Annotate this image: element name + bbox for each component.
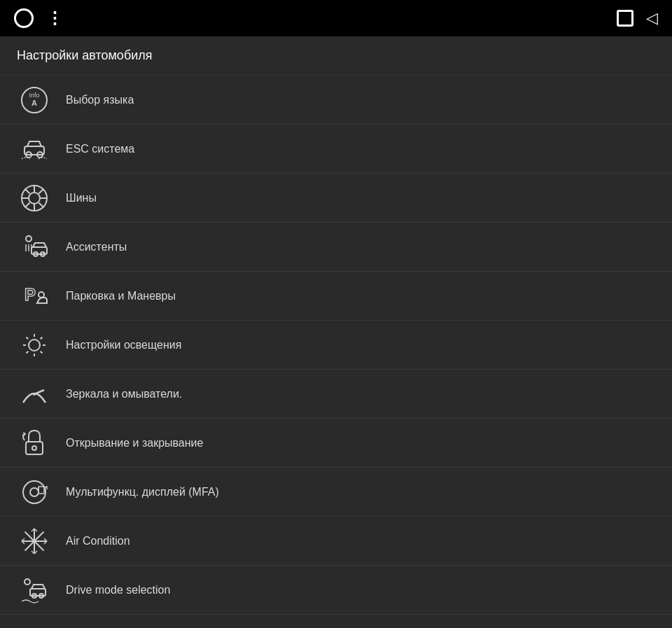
- esc-icon: [17, 132, 52, 167]
- menu-item-assistants[interactable]: Ассистенты: [0, 223, 672, 272]
- svg-line-31: [34, 390, 44, 394]
- parking-icon: P: [17, 279, 52, 314]
- recents-icon[interactable]: [617, 10, 634, 27]
- mirrors-icon: [17, 377, 52, 412]
- menu-item-lighting[interactable]: Настройки освещения: [0, 321, 672, 370]
- svg-line-28: [41, 351, 43, 353]
- status-right: ◁: [617, 9, 658, 27]
- page-header: Настройки автомобиля: [0, 36, 672, 76]
- menu-item-mirrors[interactable]: Зеркала и омыватели.: [0, 370, 672, 419]
- status-bar: ⋮ ◁: [0, 0, 672, 36]
- home-icon[interactable]: [14, 8, 34, 28]
- drivemode-label: Drive mode selection: [66, 584, 170, 596]
- menu-item-aircon[interactable]: Air Condition: [0, 517, 672, 566]
- locking-label: Открывание и закрывание: [66, 437, 203, 449]
- menu-item-locking[interactable]: Открывание и закрывание: [0, 419, 672, 468]
- svg-line-27: [27, 337, 29, 339]
- snowflake-icon: [17, 524, 52, 559]
- svg-point-7: [29, 193, 40, 204]
- back-icon[interactable]: ◁: [646, 9, 658, 27]
- svg-line-14: [39, 188, 44, 193]
- svg-point-37: [30, 488, 38, 496]
- menu-item-language[interactable]: Info A Выбор языка: [0, 76, 672, 125]
- svg-point-34: [32, 446, 36, 450]
- menu-item-mfa[interactable]: Мультифункц. дисплей (MFA): [0, 468, 672, 517]
- menu-item-units[interactable]: Еденицы измерения: [0, 615, 672, 628]
- menu-item-parking[interactable]: P Парковка и Маневры: [0, 272, 672, 321]
- more-icon[interactable]: ⋮: [46, 10, 64, 27]
- menu-item-esc[interactable]: ESC система: [0, 125, 672, 174]
- svg-line-15: [25, 202, 30, 207]
- units-icon: [17, 622, 52, 629]
- drivemode-icon: [17, 573, 52, 608]
- settings-menu: Info A Выбор языка ESC система: [0, 76, 672, 628]
- svg-rect-3: [24, 146, 44, 155]
- mfa-label: Мультифункц. дисплей (MFA): [66, 486, 219, 498]
- language-label: Выбор языка: [66, 94, 134, 106]
- assistants-icon: [17, 230, 52, 265]
- mirrors-label: Зеркала и омыватели.: [66, 388, 182, 400]
- language-icon: Info A: [17, 83, 52, 118]
- assistants-label: Ассистенты: [66, 241, 127, 253]
- svg-point-36: [23, 481, 46, 503]
- parking-label: Парковка и Маневры: [66, 290, 176, 302]
- svg-text:A: A: [31, 99, 37, 107]
- lock-icon: [17, 426, 52, 461]
- aircon-label: Air Condition: [66, 535, 130, 547]
- svg-rect-33: [26, 442, 43, 454]
- svg-line-30: [27, 351, 29, 353]
- lighting-label: Настройки освещения: [66, 339, 181, 351]
- menu-item-drivemode[interactable]: Drive mode selection: [0, 566, 672, 615]
- svg-point-52: [24, 579, 30, 585]
- tires-label: Шины: [66, 192, 97, 204]
- svg-line-12: [25, 188, 30, 193]
- svg-point-21: [38, 292, 44, 298]
- mfa-icon: [17, 475, 52, 510]
- svg-line-29: [41, 337, 43, 339]
- svg-point-22: [29, 340, 40, 351]
- svg-point-32: [33, 393, 36, 396]
- svg-rect-38: [38, 487, 44, 494]
- svg-text:Info: Info: [29, 92, 39, 99]
- svg-point-16: [26, 236, 31, 242]
- menu-item-tires[interactable]: Шины: [0, 174, 672, 223]
- status-left: ⋮: [14, 8, 64, 28]
- svg-text:P: P: [24, 285, 36, 304]
- esc-label: ESC система: [66, 143, 134, 155]
- tire-icon: [17, 181, 52, 216]
- page-title: Настройки автомобиля: [17, 48, 153, 63]
- lighting-icon: [17, 328, 52, 363]
- svg-line-13: [39, 202, 44, 207]
